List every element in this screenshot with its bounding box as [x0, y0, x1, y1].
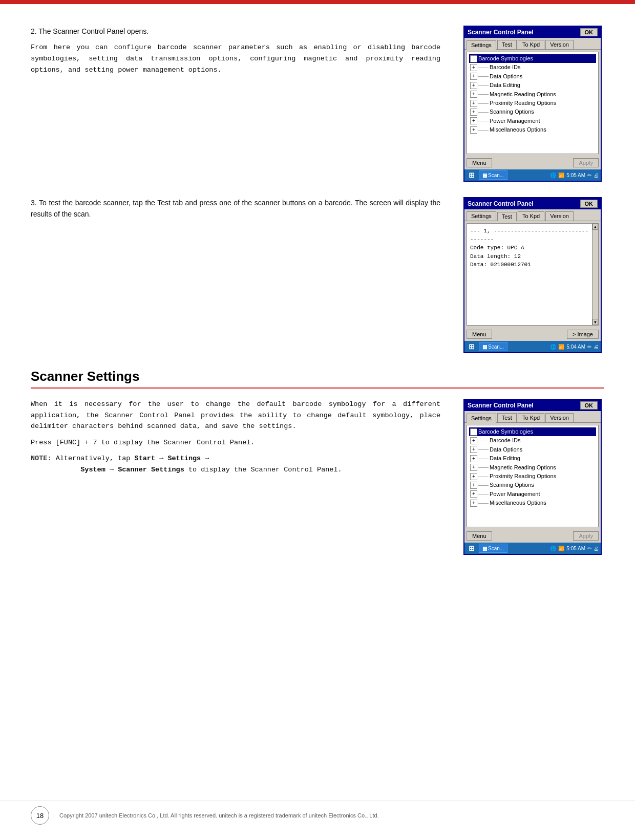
tree3-label-6: Scanning Options: [490, 481, 534, 489]
ok-button-2[interactable]: OK: [580, 200, 598, 208]
tree3-item-5[interactable]: + —— Proximity Reading Options: [469, 472, 596, 481]
note-end: to display the Scanner Control Panel.: [188, 466, 342, 473]
tree3-item-3[interactable]: + —— Data Editing: [469, 454, 596, 463]
note-arrow3: →: [110, 466, 114, 473]
scan-icon-1: ▦: [482, 173, 487, 178]
expand-4[interactable]: +: [470, 91, 477, 98]
tab-settings-1[interactable]: Settings: [467, 40, 496, 50]
test-content-2: --- 1, ---------------------------------…: [467, 223, 599, 326]
tab-test-2[interactable]: Test: [497, 212, 517, 221]
scanner-window-2: Scanner Control Panel OK Settings Test T…: [463, 197, 602, 353]
tab-test-3[interactable]: Test: [497, 413, 517, 422]
expand3-6[interactable]: +: [470, 482, 477, 489]
expand-8[interactable]: +: [470, 126, 477, 134]
windows-flag-icon-1: ⊞: [469, 171, 475, 179]
expand3-8[interactable]: +: [470, 500, 477, 507]
taskbar-3: ⊞ ▦ Scan... 🌐 📶 5:05 AM ✏ 🖨: [464, 543, 601, 554]
tree3-item-8[interactable]: + —— Miscellaneous Options: [469, 499, 596, 507]
menu-button-1[interactable]: Menu: [467, 158, 492, 167]
window-title-2: Scanner Control Panel: [468, 200, 534, 207]
taskbar-2: ⊞ ▦ Scan... 🌐 📶 5:04 AM ✏ 🖨: [464, 341, 601, 352]
expand3-0[interactable]: +: [470, 428, 477, 436]
tab-version-1[interactable]: Version: [545, 40, 574, 49]
tab-tokpd-3[interactable]: To Kpd: [518, 413, 544, 422]
tree3-item-6[interactable]: + —— Scanning Options: [469, 481, 596, 489]
expand3-5[interactable]: +: [470, 473, 477, 480]
result-line3: Data length: 12: [470, 252, 590, 261]
tab-version-2[interactable]: Version: [545, 211, 574, 221]
scrollbar-2[interactable]: ▲ ▼: [592, 224, 598, 325]
expand3-4[interactable]: +: [470, 464, 477, 471]
tabs-1: Settings Test To Kpd Version: [464, 38, 601, 50]
tab-tokpd-1[interactable]: To Kpd: [518, 40, 544, 49]
section2-screenshot: Scanner Control Panel OK Settings Test T…: [461, 197, 604, 353]
expand-7[interactable]: +: [470, 117, 477, 124]
tab-test-1[interactable]: Test: [497, 40, 517, 49]
expand-5[interactable]: +: [470, 100, 477, 107]
tree-item-5[interactable]: + —— Proximity Reading Options: [469, 99, 596, 107]
tree-label-7: Power Management: [490, 117, 540, 125]
ok-button-1[interactable]: OK: [580, 28, 598, 36]
expand3-3[interactable]: +: [470, 455, 477, 462]
tree-item-8[interactable]: + —— Miscellaneous Options: [469, 125, 596, 134]
titlebar-3: Scanner Control Panel OK: [464, 400, 601, 411]
expand-0[interactable]: +: [470, 55, 477, 62]
tree-item-6[interactable]: + —— Scanning Options: [469, 107, 596, 116]
start-button-1[interactable]: ⊞: [467, 170, 477, 180]
tree3-label-8: Miscellaneous Options: [490, 499, 546, 507]
apply-button-1[interactable]: Apply: [573, 158, 599, 167]
menu-button-3[interactable]: Menu: [467, 531, 492, 541]
scroll-down-2[interactable]: ▼: [592, 319, 598, 325]
footer-3: Menu Apply: [464, 529, 601, 543]
apply-button-3[interactable]: Apply: [573, 531, 599, 541]
ok-button-3[interactable]: OK: [580, 401, 598, 410]
printer-icon-1: 🖨: [594, 173, 599, 178]
tree-label-2: Data Options: [490, 73, 522, 80]
tree-item-0[interactable]: + Barcode Symbologies: [469, 54, 596, 63]
section3-para2: Press [FUNC] + 7 to display the Scanner …: [31, 437, 440, 448]
scan-taskbar-item-1[interactable]: ▦ Scan...: [479, 170, 507, 180]
tree3-label-3: Data Editing: [490, 455, 520, 462]
scan-taskbar-item-2[interactable]: ▦ Scan...: [479, 342, 507, 351]
taskbar-right-1: 🌐 📶 5:05 AM ✏ 🖨: [550, 173, 599, 178]
tree-item-1[interactable]: + —— Barcode IDs: [469, 63, 596, 72]
start-button-2[interactable]: ⊞: [467, 342, 477, 351]
expand3-2[interactable]: +: [470, 446, 477, 453]
tree3-item-4[interactable]: + —— Magnetic Reading Options: [469, 463, 596, 472]
image-button-2[interactable]: > Image: [567, 330, 599, 339]
tree-item-7[interactable]: + —— Power Management: [469, 117, 596, 125]
expand3-1[interactable]: +: [470, 437, 477, 444]
expand-2[interactable]: +: [470, 73, 477, 80]
tab-tokpd-2[interactable]: To Kpd: [518, 211, 544, 221]
tabs-3: Settings Test To Kpd Version: [464, 411, 601, 423]
scanner-window-1: Scanner Control Panel OK Settings Test T…: [463, 26, 602, 182]
tree-item-3[interactable]: + —— Data Editing: [469, 81, 596, 90]
tree-item-4[interactable]: + —— Magnetic Reading Options: [469, 90, 596, 99]
footer-2: Menu > Image: [464, 328, 601, 341]
scroll-up-2[interactable]: ▲: [592, 224, 598, 230]
section3-row: When it is necessary for the user to cha…: [31, 399, 604, 555]
edit-icon-1: ✏: [587, 173, 591, 178]
window-title-1: Scanner Control Panel: [468, 29, 534, 36]
scan-label-3: Scan...: [488, 546, 504, 551]
expand-3[interactable]: +: [470, 82, 477, 89]
globe-icon-2: 🌐: [550, 344, 556, 350]
tab-settings-2[interactable]: Settings: [467, 211, 496, 221]
tree-item-2[interactable]: + —— Data Options: [469, 72, 596, 81]
tree-label-0: Barcode Symbologies: [478, 55, 533, 62]
menu-button-2[interactable]: Menu: [467, 330, 492, 339]
start-button-3[interactable]: ⊞: [467, 544, 477, 553]
tree3-item-0[interactable]: + Barcode Symbologies: [469, 427, 596, 436]
note-arrow2: →: [205, 455, 209, 462]
tree3-item-7[interactable]: + —— Power Management: [469, 490, 596, 499]
tree3-item-1[interactable]: + —— Barcode IDs: [469, 436, 596, 445]
expand3-7[interactable]: +: [470, 490, 477, 498]
red-divider: [31, 387, 604, 389]
scan-taskbar-item-3[interactable]: ▦ Scan...: [479, 544, 507, 553]
expand-6[interactable]: +: [470, 109, 477, 116]
expand-1[interactable]: +: [470, 64, 477, 71]
tree3-item-2[interactable]: + —— Data Options: [469, 445, 596, 454]
time-1: 5:05 AM: [566, 173, 585, 178]
tab-settings-3[interactable]: Settings: [467, 414, 496, 423]
tab-version-3[interactable]: Version: [545, 413, 574, 422]
